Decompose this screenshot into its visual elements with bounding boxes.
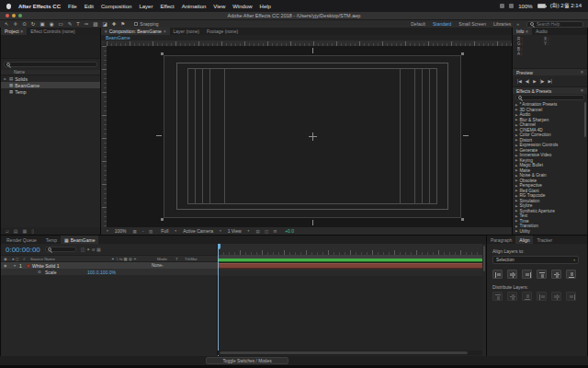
- twirl-icon[interactable]: ▸: [3, 76, 7, 81]
- zoom-caret-icon[interactable]: ▾: [107, 229, 108, 233]
- timeline-horizontal-scrollbar[interactable]: [218, 351, 482, 355]
- layer-row[interactable]: ◉ ▾ 1 White Solid 1 None ▾: [1, 262, 218, 269]
- disclosure-icon[interactable]: ▶: [515, 219, 517, 223]
- layer-corner-handle[interactable]: [461, 218, 464, 221]
- workspace-overflow-icon[interactable]: »: [516, 21, 519, 27]
- effects-list-scrollbar[interactable]: [584, 102, 586, 137]
- workspace-tab[interactable]: Default: [411, 21, 425, 27]
- disclosure-icon[interactable]: ▶: [515, 199, 517, 202]
- previous-frame-button-icon[interactable]: ◀|: [526, 79, 530, 84]
- menu-item[interactable]: Layer: [139, 4, 153, 9]
- workspace-tab[interactable]: Standard: [433, 21, 451, 27]
- disclosure-icon[interactable]: ▶: [515, 138, 517, 142]
- disclosure-icon[interactable]: ▶: [515, 133, 517, 137]
- close-tab-icon[interactable]: ×: [164, 29, 166, 34]
- project-search-input[interactable]: [4, 62, 97, 67]
- align-left-button[interactable]: [492, 270, 503, 279]
- view-option-icons[interactable]: ▦ ◔ ▥: [133, 229, 155, 234]
- menu-app-name[interactable]: After Effects CC: [18, 4, 61, 9]
- zoom-level[interactable]: 100%: [115, 228, 127, 234]
- disclosure-icon[interactable]: ▶: [515, 178, 517, 182]
- align-vertical-center-button[interactable]: [551, 270, 561, 279]
- preview-panel-header[interactable]: Preview ≡: [513, 68, 587, 75]
- disclosure-icon[interactable]: ▶: [515, 209, 517, 213]
- panel-menu-icon[interactable]: ≡: [105, 29, 107, 34]
- input-source-icon[interactable]: [500, 4, 504, 8]
- toggle-switches-modes-button[interactable]: Toggle Switches / Modes: [206, 357, 288, 364]
- playhead-handle[interactable]: [218, 244, 220, 249]
- align-horizontal-center-button[interactable]: [507, 270, 517, 279]
- disclosure-icon[interactable]: ▶: [515, 168, 517, 172]
- new-folder-icon[interactable]: ▤: [14, 228, 18, 234]
- composition-panel-tab[interactable]: ≡ Layer (none) ×: [170, 28, 203, 35]
- disclosure-icon[interactable]: ▶: [515, 158, 517, 162]
- apple-menu-icon[interactable]: [6, 4, 11, 9]
- layer-label-color[interactable]: [27, 264, 30, 268]
- disclosure-icon[interactable]: ▶: [515, 123, 517, 127]
- layer-handle-bottom[interactable]: [312, 220, 313, 225]
- delete-icon[interactable]: ▯: [31, 228, 34, 234]
- view-layout-select[interactable]: 1 View: [228, 228, 242, 234]
- layer-corner-handle[interactable]: [461, 52, 464, 55]
- disclosure-icon[interactable]: ▶: [515, 184, 517, 188]
- camera-view-select[interactable]: Active Camera: [183, 228, 213, 234]
- menubar-clock[interactable]: (화) 2월 2:14: [550, 2, 582, 10]
- align-target-select[interactable]: Selection ▾: [492, 256, 579, 264]
- timeline-tab[interactable]: Render Queue: [1, 236, 40, 244]
- align-panel-tab[interactable]: Align: [515, 236, 533, 244]
- project-item[interactable]: ▸ ▤ Solids: [1, 75, 100, 82]
- menu-item[interactable]: Animation: [182, 4, 207, 9]
- scrollbar-thumb[interactable]: [220, 351, 468, 354]
- project-item[interactable]: ▦ Temp: [1, 88, 100, 95]
- timeline-tab[interactable]: Temp: [40, 236, 61, 244]
- panel-menu-icon[interactable]: ≡: [526, 29, 528, 34]
- menu-item[interactable]: Help: [260, 4, 271, 9]
- last-frame-button-icon[interactable]: ▶|: [548, 79, 552, 84]
- menu-item[interactable]: File: [68, 4, 77, 9]
- layer-corner-handle[interactable]: [161, 52, 164, 55]
- layer-handle-top[interactable]: [312, 48, 313, 53]
- disclosure-icon[interactable]: ▶: [515, 214, 517, 218]
- menu-item[interactable]: Window: [232, 4, 252, 9]
- layer-duration-bar[interactable]: [218, 263, 482, 269]
- property-name[interactable]: Scale: [45, 270, 87, 275]
- snapping-checkbox[interactable]: [134, 22, 138, 26]
- disclosure-icon[interactable]: ▶: [515, 189, 517, 192]
- first-frame-button-icon[interactable]: |◀: [517, 79, 522, 84]
- project-item[interactable]: ▦ BeamGame: [1, 82, 100, 88]
- current-timecode[interactable]: 0:00:00:00: [6, 246, 40, 254]
- menu-item[interactable]: View: [213, 4, 225, 9]
- workspace-tab[interactable]: Libraries: [493, 21, 511, 27]
- composition-viewport[interactable]: [107, 46, 512, 227]
- effects-presets-panel-header[interactable]: Effects & Presets ≡: [513, 86, 587, 94]
- align-panel-tab[interactable]: Tracker: [533, 236, 556, 244]
- disclosure-icon[interactable]: ▶: [515, 103, 517, 107]
- disclosure-icon[interactable]: ▶: [515, 108, 517, 111]
- timeline-tab[interactable]: ▦ BeamGame: [61, 236, 98, 244]
- property-value[interactable]: 100.0,100.0%: [87, 270, 116, 275]
- disclosure-icon[interactable]: ▶: [515, 128, 517, 132]
- distribute-bottom-button[interactable]: [522, 292, 532, 301]
- eye-icon[interactable]: ◉: [1, 263, 14, 268]
- distribute-left-button[interactable]: [537, 292, 547, 301]
- new-composition-icon[interactable]: ▦: [23, 228, 28, 234]
- panel-menu-icon[interactable]: ≡: [21, 29, 24, 34]
- timeline-search-input[interactable]: [45, 247, 76, 252]
- align-top-button[interactable]: [537, 270, 547, 279]
- disclosure-icon[interactable]: ▶: [515, 204, 517, 208]
- playhead[interactable]: [218, 244, 219, 356]
- distribute-horizontal-center-button[interactable]: [551, 292, 561, 301]
- source-name-column[interactable]: Source Name: [30, 257, 111, 261]
- exposure-value[interactable]: +0.0: [285, 228, 294, 234]
- timeline-option-icons[interactable]: ◫ ✦ ≋ ▦: [81, 247, 101, 252]
- interpret-footage-icon[interactable]: ▱: [6, 228, 9, 234]
- disclosure-icon[interactable]: ▶: [515, 113, 517, 117]
- align-right-button[interactable]: [522, 270, 532, 279]
- effects-category[interactable]: ▶ Utility: [513, 229, 585, 235]
- info-panel-tab[interactable]: Info ≡: [513, 28, 532, 35]
- play-button-icon[interactable]: ▶: [533, 79, 536, 84]
- distribute-top-button[interactable]: [492, 292, 503, 301]
- stopwatch-icon[interactable]: ⊙: [38, 270, 45, 274]
- workspace-tab[interactable]: Small Screen: [458, 21, 486, 27]
- effects-search-input[interactable]: [515, 95, 584, 100]
